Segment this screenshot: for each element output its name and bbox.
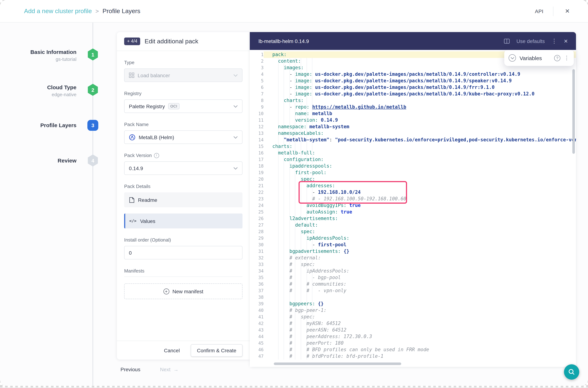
new-manifest-button[interactable]: + New manifest xyxy=(124,283,243,299)
code-line[interactable]: 10 name: metallb xyxy=(250,110,576,117)
code-line[interactable]: 36 # # communities: xyxy=(250,281,576,288)
step-badge[interactable]: 1 xyxy=(87,48,98,60)
document-icon xyxy=(129,197,134,203)
code-line[interactable]: 26 l2advertisements: xyxy=(250,215,576,222)
code-line[interactable]: 12 namespace: metallb-system xyxy=(250,123,576,130)
step-badge[interactable]: 2 xyxy=(87,84,98,96)
code-line[interactable]: 25 autoAssign: true xyxy=(250,209,576,215)
code-line[interactable]: 11 version: 0.14.9 xyxy=(250,117,576,123)
code-line[interactable]: 9 - repo: https://metallb.github.io/meta… xyxy=(250,104,576,110)
code-line[interactable]: 21 addresses: xyxy=(250,183,576,189)
line-number: 10 xyxy=(250,110,264,117)
code-line[interactable]: 19 first-pool: xyxy=(250,170,576,176)
code-line[interactable]: 22 - 192.168.10.0/24 xyxy=(250,189,576,196)
code-line[interactable]: 30 - first-pool xyxy=(250,242,576,248)
use-defaults-button[interactable]: Use defaults xyxy=(517,38,545,44)
code-line[interactable]: 34 # ipAddressPools: xyxy=(250,268,576,274)
code-line[interactable]: 47 # # bfdProfile: bfd-profile-1 xyxy=(250,353,576,360)
code-line[interactable]: 27 default: xyxy=(250,222,576,228)
code-line[interactable]: 13 namespaceLabels: xyxy=(250,130,576,137)
vertical-scrollbar[interactable] xyxy=(572,69,575,154)
search-fab-button[interactable] xyxy=(564,364,579,380)
close-icon[interactable]: ✕ xyxy=(563,7,572,15)
line-number: 42 xyxy=(250,320,264,327)
previous-button[interactable]: Previous xyxy=(117,364,144,375)
split-view-icon[interactable] xyxy=(504,38,510,44)
code-line[interactable]: 41 # spec: xyxy=(250,314,576,320)
pack-version-label: Pack Version xyxy=(124,153,152,158)
code-line[interactable]: 45 # peerPort: 180 xyxy=(250,340,576,346)
code-line[interactable]: 4 - image: us-docker.pkg.dev/palette-ima… xyxy=(250,71,576,78)
type-select[interactable]: Load balancer xyxy=(124,69,243,82)
cancel-button[interactable]: Cancel xyxy=(162,347,182,354)
arrow-right-icon: → xyxy=(174,366,179,372)
line-number: 30 xyxy=(250,242,264,248)
line-number: 14 xyxy=(250,137,264,143)
line-number: 21 xyxy=(250,183,264,189)
code-line[interactable]: 5 - image: us-docker.pkg.dev/palette-ima… xyxy=(250,78,576,84)
code-line[interactable]: 16 metallb-full: xyxy=(250,150,576,156)
api-link[interactable]: API xyxy=(535,8,543,14)
readme-tab[interactable]: Readme xyxy=(124,192,243,207)
code-line[interactable]: 6 - image: us-docker.pkg.dev/palette-ima… xyxy=(250,84,576,91)
code-editor[interactable]: 1pack:2 content:3 images:4 - image: us-d… xyxy=(250,50,576,367)
values-tab[interactable]: </> Values xyxy=(124,214,243,228)
code-line[interactable]: 29 ipAddressPools: xyxy=(250,235,576,242)
code-line[interactable]: 17 configuration: xyxy=(250,156,576,163)
code-line[interactable]: 39 bgppeers: {} xyxy=(250,301,576,307)
horizontal-scrollbar[interactable] xyxy=(274,363,401,365)
step-badge-current[interactable]: 3 xyxy=(87,120,98,131)
pack-details-label: Pack Details xyxy=(124,184,243,189)
code-line[interactable]: 43 # peerASN: 64512 xyxy=(250,327,576,333)
line-number: 43 xyxy=(250,327,264,333)
line-number: 27 xyxy=(250,222,264,228)
code-line[interactable]: 35 # - bgp-pool xyxy=(250,274,576,281)
code-line[interactable]: 7 - image: us-docker.pkg.dev/palette-ima… xyxy=(250,91,576,97)
install-order-label: Install order (Optional) xyxy=(124,237,243,243)
registry-select[interactable]: Palette Registry OCI xyxy=(124,99,243,113)
code-line[interactable]: 18 ipaddresspools: xyxy=(250,163,576,170)
code-line[interactable]: 37 # # - vpn-only xyxy=(250,288,576,294)
editor-header: lb-metallb-helm 0.14.9 Use defaults ⋮ ✕ xyxy=(250,32,576,50)
breadcrumb-root[interactable]: Add a new cluster profile xyxy=(24,7,92,15)
step-label: Cloud Type xyxy=(0,84,76,90)
help-icon[interactable]: ? xyxy=(554,55,560,61)
code-line[interactable]: 28 spec: xyxy=(250,228,576,235)
code-line[interactable]: 33 # spec: xyxy=(250,261,576,268)
code-lines: 1pack:2 content:3 images:4 - image: us-d… xyxy=(250,51,576,360)
line-number: 18 xyxy=(250,163,264,170)
line-number: 35 xyxy=(250,274,264,281)
code-line[interactable]: 8 charts: xyxy=(250,97,576,104)
code-line[interactable]: 46 # # BFD profiles can only be used in … xyxy=(250,346,576,353)
code-line[interactable]: 40 # bgp-peer-1: xyxy=(250,307,576,314)
info-icon[interactable]: i xyxy=(154,153,159,158)
pack-name-select[interactable]: MetalLB (Helm) xyxy=(124,130,243,144)
metallb-logo-icon xyxy=(129,134,136,141)
kebab-menu-icon[interactable]: ⋮ xyxy=(564,55,569,61)
manifests-label: Manifests xyxy=(124,268,243,274)
line-number: 3 xyxy=(250,65,264,71)
chevron-down-icon[interactable] xyxy=(509,54,516,62)
code-line[interactable]: 23 # - 192.168.100.50-192.168.100.60 xyxy=(250,196,576,202)
chevron-down-icon xyxy=(233,136,238,139)
kebab-menu-icon[interactable]: ⋮ xyxy=(551,38,557,44)
code-line[interactable]: 20 spec: xyxy=(250,176,576,183)
divider xyxy=(117,51,250,51)
code-line[interactable]: 14 "metallb-system": "pod-security.kuber… xyxy=(250,137,576,143)
code-line[interactable]: 38 xyxy=(250,294,576,301)
code-line[interactable]: 32 # external: xyxy=(250,255,576,261)
install-order-input[interactable] xyxy=(124,246,243,259)
step-label: Review xyxy=(0,157,76,164)
code-line[interactable]: 44 # peerAddress: 172.30.0.3 xyxy=(250,333,576,340)
code-line[interactable]: 42 # myASN: 64512 xyxy=(250,320,576,327)
line-number: 6 xyxy=(250,84,264,91)
code-line[interactable]: 31 bgpadvertisements: {} xyxy=(250,248,576,255)
step-sublabel: gs-tutorial xyxy=(0,56,76,63)
code-line[interactable]: 15charts: xyxy=(250,143,576,150)
step-badge[interactable]: 4 xyxy=(87,154,98,167)
pack-version-select[interactable]: 0.14.9 xyxy=(124,161,243,175)
code-line[interactable]: 24 avoidBuggyIPs: true xyxy=(250,202,576,209)
editor-close-icon[interactable]: ✕ xyxy=(564,38,568,44)
confirm-create-button[interactable]: Confirm & Create xyxy=(191,344,243,357)
line-number: 5 xyxy=(250,78,264,84)
